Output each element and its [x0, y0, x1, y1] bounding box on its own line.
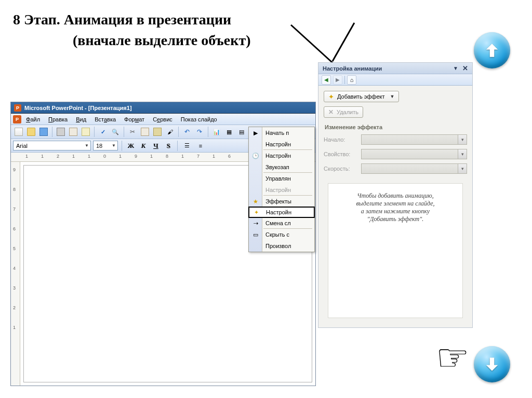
separator: [208, 127, 208, 137]
menu-format[interactable]: Формат: [121, 115, 148, 124]
window-title: Microsoft PowerPoint - [Презентация1]: [24, 105, 132, 111]
play-icon: ▶: [251, 129, 260, 137]
format-painter-icon: 🖌: [167, 129, 173, 135]
start-row: Начало: ▾: [324, 134, 467, 145]
menu-item-start[interactable]: ▶Начать п: [249, 127, 314, 139]
mail-button[interactable]: [80, 126, 91, 138]
menu-item-custom-shows[interactable]: Произвол: [249, 240, 314, 252]
animation-task-pane: Настройка анимации ▼ ✕ ◀ ▶ ⌂ ✦ Добавить …: [318, 62, 473, 328]
star-icon: ★: [251, 197, 260, 205]
shadow-button[interactable]: S: [163, 141, 174, 151]
star-icon: ✦: [328, 93, 334, 101]
slide-subheading: (вначале выделите объект): [73, 32, 251, 49]
save-button[interactable]: [38, 126, 49, 138]
paste-icon: [153, 128, 162, 136]
nav-home-button[interactable]: ⌂: [347, 75, 356, 85]
menu-slideshow[interactable]: Показ слайдо: [177, 115, 221, 124]
add-effect-label: Добавить эффект: [337, 93, 384, 100]
transition-icon: ⇢: [251, 219, 260, 227]
font-size-combo[interactable]: 18▼: [93, 141, 118, 150]
copy-button[interactable]: [139, 126, 151, 138]
open-icon: [27, 128, 35, 136]
vertical-ruler: 9 8 7 6 5 4 3 2 1: [11, 162, 20, 386]
menu-item-label: Настройн: [265, 141, 291, 147]
table-icon: ▦: [227, 129, 232, 135]
menu-file[interactable]: Файл: [22, 115, 44, 124]
animation-icon: ✦: [252, 208, 260, 216]
italic-button[interactable]: К: [138, 141, 149, 151]
add-effect-button[interactable]: ✦ Добавить эффект ▼: [324, 91, 399, 102]
arrow-up-icon: [483, 42, 501, 59]
paste-button[interactable]: [152, 126, 163, 138]
format-button[interactable]: ▤: [236, 126, 247, 138]
menu-item-label: Произвол: [265, 243, 291, 249]
print-preview-button[interactable]: [68, 126, 79, 138]
property-select[interactable]: ▾: [361, 149, 467, 159]
x-icon: ✕: [328, 108, 334, 116]
align-center-button[interactable]: ≡: [195, 140, 206, 152]
spellcheck-icon: ✓: [101, 129, 105, 135]
menu-item-action-buttons[interactable]: Управлян: [249, 173, 314, 184]
pane-close-button[interactable]: ✕: [462, 64, 468, 72]
redo-button[interactable]: ↷: [194, 126, 205, 138]
menu-item-label: Скрыть с: [265, 231, 289, 238]
speed-label: Скорость:: [324, 166, 361, 172]
insert-chart-button[interactable]: 📊: [211, 126, 222, 138]
nav-back-button[interactable]: ◀: [322, 75, 331, 85]
menu-item-label: Настройн: [265, 187, 291, 193]
copy-icon: [141, 128, 149, 136]
speed-select[interactable]: ▾: [361, 163, 467, 174]
menu-edit[interactable]: Правка: [45, 115, 71, 124]
pointing-hand-icon: ☞: [436, 336, 470, 379]
menu-tools[interactable]: Сервис: [149, 115, 176, 124]
align-left-button[interactable]: ☰: [181, 140, 193, 152]
underline-button[interactable]: Ч: [151, 141, 161, 151]
menu-item-rehearse[interactable]: 🕒Настройн: [249, 150, 314, 161]
bold-button[interactable]: Ж: [126, 141, 136, 151]
speed-row: Скорость: ▾: [324, 163, 467, 174]
new-button[interactable]: [13, 126, 24, 138]
annotation-arrow-2: [328, 21, 360, 67]
pane-menu-button[interactable]: ▼: [453, 65, 458, 71]
font-name-value: Arial: [16, 143, 28, 149]
print-icon: [57, 128, 65, 136]
forward-icon: ▶: [336, 77, 340, 83]
chart-icon: 📊: [213, 129, 220, 135]
insert-table-button[interactable]: ▦: [223, 126, 235, 138]
separator: [177, 141, 178, 151]
menu-insert[interactable]: Вставка: [91, 115, 119, 124]
chevron-down-icon: ▼: [82, 143, 89, 148]
cut-button[interactable]: ✂: [127, 126, 138, 138]
menu-item-hide-slide[interactable]: ▭Скрыть с: [249, 229, 314, 240]
font-name-combo[interactable]: Arial▼: [13, 141, 91, 150]
hint-line: выделите элемент на слайде,: [336, 200, 455, 208]
format-painter-button[interactable]: 🖌: [164, 126, 176, 138]
hint-line: "Добавить эффект".: [336, 215, 455, 223]
menu-item-custom-animation[interactable]: ✦Настройн: [248, 207, 315, 218]
nav-down-button[interactable]: [474, 346, 510, 382]
preview-icon: [69, 128, 77, 136]
hint-line: Чтобы добавить анимацию,: [336, 192, 455, 200]
mail-icon: [82, 128, 90, 136]
font-size-value: 18: [96, 143, 102, 149]
open-button[interactable]: [25, 126, 37, 138]
separator: [122, 141, 122, 151]
start-select[interactable]: ▾: [361, 134, 467, 145]
menu-item-setup[interactable]: Настройн: [249, 139, 314, 150]
spellcheck-button[interactable]: ✓: [97, 126, 109, 138]
nav-forward-button[interactable]: ▶: [333, 75, 342, 85]
menu-item-transition[interactable]: ⇢Смена сл: [249, 217, 314, 229]
nav-up-button[interactable]: [474, 32, 510, 68]
research-button[interactable]: 🔍: [110, 126, 121, 138]
separator: [94, 127, 95, 137]
menu-view[interactable]: Вид: [72, 115, 90, 124]
menu-item-record[interactable]: Звукозап: [249, 161, 314, 173]
print-button[interactable]: [55, 126, 66, 138]
undo-button[interactable]: ↶: [181, 126, 193, 138]
clock-icon: 🕒: [251, 152, 260, 160]
chevron-down-icon: ▼: [390, 94, 394, 99]
back-icon: ◀: [324, 77, 328, 83]
research-icon: 🔍: [112, 129, 119, 135]
menu-item-effects[interactable]: ★Эффекты: [249, 196, 314, 207]
menu-item-label: Эффекты: [265, 198, 291, 204]
